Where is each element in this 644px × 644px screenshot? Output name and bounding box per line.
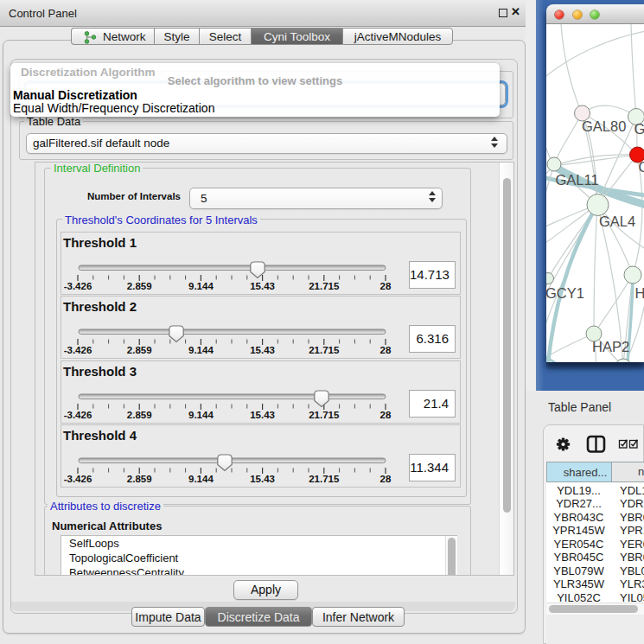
svg-text:-3.426: -3.426 <box>64 410 92 420</box>
svg-text:28: 28 <box>380 345 392 355</box>
svg-text:HAP2: HAP2 <box>592 339 629 354</box>
svg-text:-3.426: -3.426 <box>64 281 92 291</box>
svg-text:CD: CD <box>639 159 644 175</box>
svg-text:28: 28 <box>380 410 392 420</box>
svg-text:15.43: 15.43 <box>250 345 275 355</box>
svg-text:15.43: 15.43 <box>250 281 275 291</box>
svg-text:9.144: 9.144 <box>188 410 214 420</box>
svg-text:9.144: 9.144 <box>188 345 214 355</box>
svg-text:2.859: 2.859 <box>127 410 152 420</box>
svg-text:21.715: 21.715 <box>309 410 340 420</box>
svg-text:21.715: 21.715 <box>309 345 340 355</box>
svg-text:H: H <box>635 285 644 301</box>
svg-text:15.43: 15.43 <box>250 474 275 484</box>
svg-text:21.715: 21.715 <box>309 281 340 291</box>
svg-text:2.859: 2.859 <box>127 281 152 291</box>
svg-text:9.144: 9.144 <box>188 281 214 291</box>
svg-text:15.43: 15.43 <box>250 410 275 420</box>
svg-text:2.859: 2.859 <box>127 474 152 484</box>
svg-text:GAL11: GAL11 <box>556 172 599 188</box>
svg-text:28: 28 <box>380 474 392 484</box>
svg-text:28: 28 <box>380 281 392 291</box>
svg-text:-3.426: -3.426 <box>64 345 92 355</box>
svg-text:GCY1: GCY1 <box>546 285 584 301</box>
svg-text:GA: GA <box>634 121 644 137</box>
svg-text:-3.426: -3.426 <box>64 474 92 484</box>
svg-text:GAL80: GAL80 <box>582 118 626 134</box>
svg-text:9.144: 9.144 <box>188 474 214 484</box>
svg-text:21.715: 21.715 <box>309 474 340 484</box>
svg-text:GAL4: GAL4 <box>599 214 635 229</box>
svg-text:2.859: 2.859 <box>127 345 152 355</box>
